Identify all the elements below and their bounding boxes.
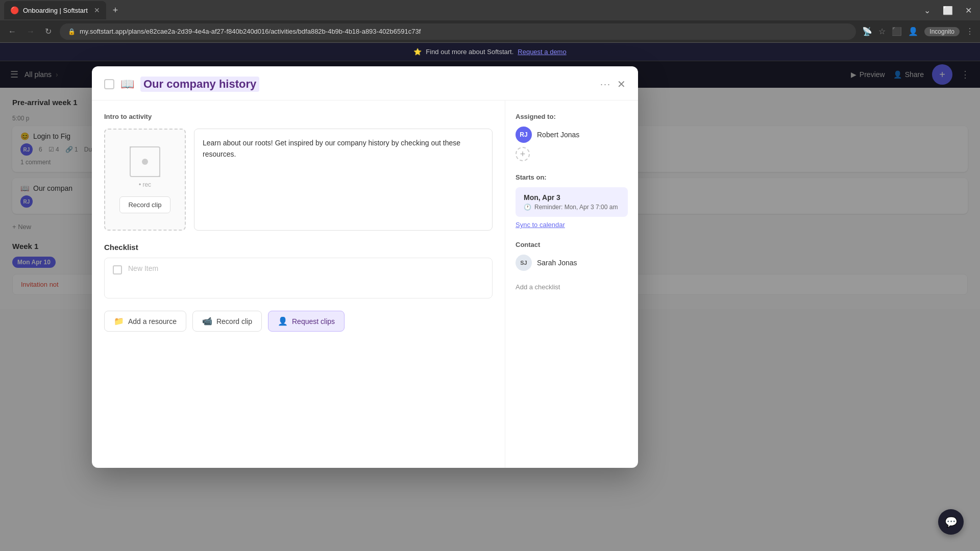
tab-favicon: 🔴 xyxy=(10,6,19,14)
contact-section: Contact SJ Sarah Jonas xyxy=(516,241,628,271)
modal-title[interactable]: Our company history xyxy=(140,77,259,92)
minimize-button[interactable]: ⌄ xyxy=(920,4,935,17)
modal-body: Intro to activity • rec Record clip Lear… xyxy=(92,101,638,468)
close-window-button[interactable]: ✕ xyxy=(961,4,976,17)
chat-button[interactable]: 💬 xyxy=(938,509,964,535)
assignee-name: Robert Jonas xyxy=(537,131,579,139)
modal: 📖 Our company history ··· ✕ Intro to act… xyxy=(92,66,638,468)
new-tab-button[interactable]: + xyxy=(108,3,122,17)
starts-on-label: Starts on: xyxy=(516,173,628,181)
menu-dots-icon[interactable]: ⋮ xyxy=(966,27,974,36)
action-buttons: 📁 Add a resource 📹 Record clip 👤 Request… xyxy=(104,311,493,332)
description-box[interactable]: Learn about our roots! Get inspired by o… xyxy=(194,129,493,231)
reminder-row: 🕐 Reminder: Mon, Apr 3 7:00 am xyxy=(524,204,620,211)
rec-icon: • rec xyxy=(130,146,160,188)
assignee-avatar: RJ xyxy=(516,127,532,143)
assigned-to-section: Assigned to: RJ Robert Jonas + xyxy=(516,113,628,161)
record-target xyxy=(130,146,160,177)
modal-right-panel: Assigned to: RJ Robert Jonas + Starts on… xyxy=(505,101,638,468)
refresh-button[interactable]: ↻ xyxy=(43,24,54,38)
extension-icon[interactable]: ⬛ xyxy=(892,27,902,36)
record-clip-action-button[interactable]: 📹 Record clip xyxy=(192,311,262,332)
active-tab[interactable]: 🔴 Onboarding | Softstart ✕ xyxy=(4,1,106,19)
notification-banner: ⭐ Find out more about Softstart. Request… xyxy=(0,43,980,61)
sync-to-calendar-link[interactable]: Sync to calendar xyxy=(516,221,628,229)
url-bar[interactable]: 🔒 my.softstart.app/plans/e82cae2a-2d39-4… xyxy=(60,23,856,40)
modal-left-panel: Intro to activity • rec Record clip Lear… xyxy=(92,101,505,468)
notification-emoji: ⭐ xyxy=(413,48,422,56)
star-icon[interactable]: ☆ xyxy=(878,27,886,36)
reminder-text: Reminder: Mon, Apr 3 7:00 am xyxy=(534,204,618,211)
add-resource-label: Add a resource xyxy=(128,317,177,325)
checklist-checkbox[interactable] xyxy=(113,265,122,274)
request-clips-label: Request clips xyxy=(292,317,335,325)
incognito-badge: Incognito xyxy=(924,27,960,36)
starts-on-section: Starts on: Mon, Apr 3 🕐 Reminder: Mon, A… xyxy=(516,173,628,229)
checklist-label: Checklist xyxy=(104,243,493,252)
record-clip-action-icon: 📹 xyxy=(202,316,212,326)
forward-button[interactable]: → xyxy=(24,25,37,38)
address-bar: ← → ↻ 🔒 my.softstart.app/plans/e82cae2a-… xyxy=(0,20,980,43)
checklist-placeholder[interactable]: New Item xyxy=(128,264,158,272)
date-card: Mon, Apr 3 🕐 Reminder: Mon, Apr 3 7:00 a… xyxy=(516,187,628,217)
tab-close-button[interactable]: ✕ xyxy=(94,6,100,14)
record-clip-button[interactable]: Record clip xyxy=(119,196,170,213)
record-clip-box: • rec Record clip xyxy=(104,129,186,231)
contact-label: Contact xyxy=(516,241,628,248)
tab-bar: 🔴 Onboarding | Softstart ✕ + ⌄ ⬜ ✕ xyxy=(0,0,980,20)
modal-actions: ··· ✕ xyxy=(600,78,626,90)
checklist-input-row: New Item xyxy=(104,258,493,298)
record-clip-action-label: Record clip xyxy=(216,317,252,325)
description-text: Learn about our roots! Get inspired by o… xyxy=(203,139,460,158)
cast-icon[interactable]: 📡 xyxy=(862,27,872,36)
chat-icon: 💬 xyxy=(945,516,958,528)
contact-avatar: SJ xyxy=(516,255,532,271)
modal-header: 📖 Our company history ··· ✕ xyxy=(92,66,638,101)
intro-label: Intro to activity xyxy=(104,113,493,120)
date-value: Mon, Apr 3 xyxy=(524,193,620,202)
profile-icon[interactable]: 👤 xyxy=(908,27,918,36)
contact-name: Sarah Jonas xyxy=(537,259,577,267)
window-controls: ⌄ ⬜ ✕ xyxy=(920,4,976,17)
add-checklist-link[interactable]: Add a checklist xyxy=(516,283,628,291)
rec-dot xyxy=(142,159,148,165)
media-section: • rec Record clip Learn about our roots!… xyxy=(104,129,493,231)
assignee-row: RJ Robert Jonas xyxy=(516,127,628,143)
notification-text: Find out more about Softstart. xyxy=(426,48,513,56)
back-button[interactable]: ← xyxy=(6,25,18,38)
contact-row: SJ Sarah Jonas xyxy=(516,255,628,271)
add-assignee-button[interactable]: + xyxy=(516,147,530,161)
maximize-button[interactable]: ⬜ xyxy=(939,4,957,17)
address-actions: 📡 ☆ ⬛ 👤 Incognito ⋮ xyxy=(862,27,974,36)
add-resource-button[interactable]: 📁 Add a resource xyxy=(104,311,186,332)
clock-icon: 🕐 xyxy=(524,204,531,211)
modal-checkbox[interactable] xyxy=(104,79,114,89)
add-resource-icon: 📁 xyxy=(114,316,124,326)
tab-title: Onboarding | Softstart xyxy=(23,7,88,14)
modal-close-button[interactable]: ✕ xyxy=(617,78,626,90)
lock-icon: 🔒 xyxy=(68,28,76,35)
request-clips-icon: 👤 xyxy=(278,316,288,326)
assigned-to-label: Assigned to: xyxy=(516,113,628,120)
modal-more-button[interactable]: ··· xyxy=(600,79,611,90)
url-text: my.softstart.app/plans/e82cae2a-2d39-4e4… xyxy=(80,28,421,35)
rec-text: • rec xyxy=(139,181,151,188)
request-demo-link[interactable]: Request a demo xyxy=(518,48,566,56)
request-clips-button[interactable]: 👤 Request clips xyxy=(268,311,345,332)
modal-book-icon: 📖 xyxy=(120,78,134,91)
checklist-section: Checklist New Item xyxy=(104,243,493,298)
